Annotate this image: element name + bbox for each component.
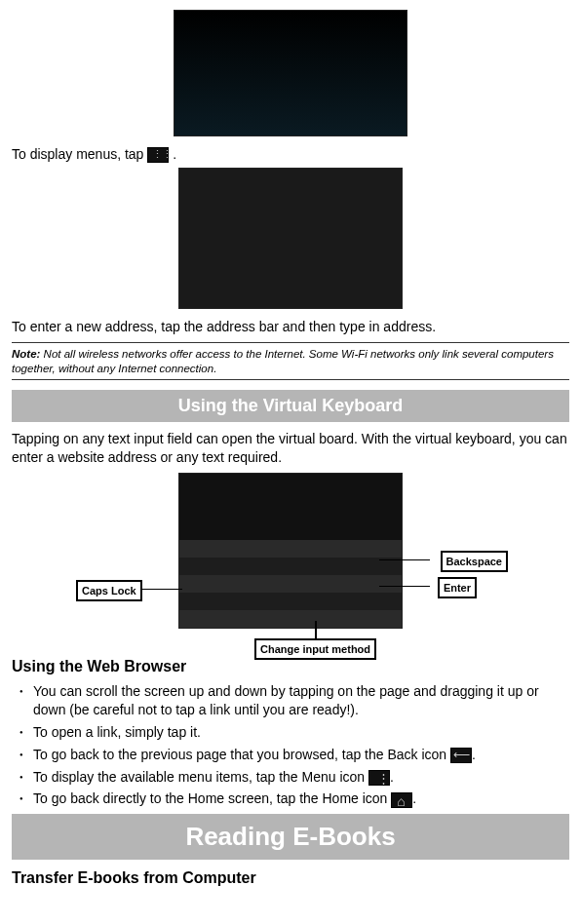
note-body: Not all wireless networks offer access t… — [12, 348, 554, 374]
display-menus-paragraph: To display menus, tap . — [12, 145, 569, 164]
tablet-home-screenshot — [174, 10, 407, 136]
tablet-home-screenshot-container — [12, 10, 569, 141]
back-icon — [450, 748, 472, 763]
label-enter: Enter — [438, 577, 477, 599]
li-back-text: To go back to the previous page that you… — [33, 747, 446, 762]
note-block: Note: Not all wireless networks offer ac… — [12, 342, 569, 381]
label-caps-lock: Caps Lock — [76, 580, 142, 602]
pointer-enter — [379, 586, 430, 588]
list-item: To open a link, simply tap it. — [12, 723, 569, 742]
display-menus-text: To display menus, tap — [12, 146, 143, 162]
menu-dots-icon — [368, 770, 390, 786]
li-home-text: To go back directly to the Home screen, … — [33, 790, 387, 806]
li-home-period: . — [412, 790, 416, 806]
label-change-input: Change input method — [254, 638, 376, 661]
pointer-change-input — [315, 621, 317, 638]
list-item: To go back directly to the Home screen, … — [12, 789, 569, 808]
keyboard-figure: Caps Lock Backspace Enter Change input m… — [12, 473, 569, 634]
pointer-caps-lock — [141, 589, 182, 591]
tapping-paragraph: Tapping on any text input field can open… — [12, 430, 569, 467]
pointer-backspace — [379, 559, 430, 561]
keyboard-screenshot — [178, 473, 403, 629]
browser-menu-screenshot — [178, 168, 403, 309]
list-item: To go back to the previous page that you… — [12, 746, 569, 764]
heading-reading-ebooks: Reading E-Books — [12, 814, 569, 860]
browser-actions-list: You can scroll the screen up and down by… — [12, 682, 569, 808]
heading-transfer-ebooks: Transfer E-books from Computer — [12, 867, 569, 889]
heading-virtual-keyboard: Using the Virtual Keyboard — [12, 390, 569, 421]
li-menu-period: . — [390, 769, 394, 785]
menu-grid-icon — [147, 147, 169, 163]
display-menus-period: . — [173, 146, 176, 162]
home-icon — [391, 792, 412, 808]
label-backspace: Backspace — [441, 551, 509, 573]
note-label: Note: — [12, 348, 40, 360]
list-item: You can scroll the screen up and down by… — [12, 682, 569, 719]
browser-menu-screenshot-container — [12, 168, 569, 314]
enter-address-paragraph: To enter a new address, tap the address … — [12, 318, 569, 336]
list-item: To display the available menu items, tap… — [12, 768, 569, 787]
li-back-period: . — [472, 747, 476, 762]
li-menu-text: To display the available menu items, tap… — [33, 769, 365, 785]
